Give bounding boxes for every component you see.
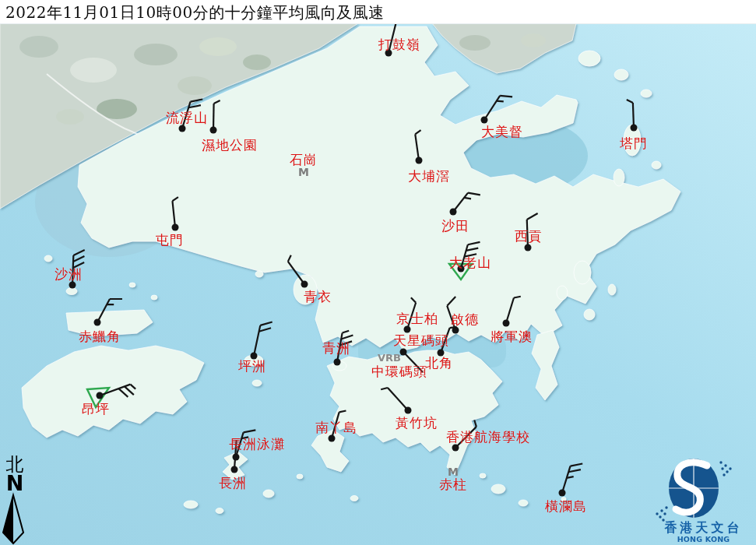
station-label: 屯門 [156, 231, 184, 249]
station-label: 橫瀾島 [545, 498, 587, 515]
station-label: 赤鱲角 [79, 328, 121, 346]
station-label: 流浮山 [166, 109, 208, 127]
station-label: 天星碼頭 [393, 332, 449, 350]
station-label: 京士柏 [396, 310, 438, 328]
station-label: 南丫島 [315, 419, 357, 437]
north-label-letter: N [2, 473, 28, 494]
station-label: 赤柱 [439, 476, 467, 494]
station-label: 大美督 [481, 123, 523, 141]
station-label: 青洲 [322, 339, 350, 357]
map-title: 2022年11月01日10時00分的十分鐘平均風向及風速 [5, 2, 385, 23]
station-label: 北角 [425, 354, 453, 372]
station-label: 濕地公園 [202, 136, 258, 154]
station-label: 中環碼頭 [371, 363, 427, 381]
title-bar: 2022年11月01日10時00分的十分鐘平均風向及風速 [0, 0, 756, 24]
station-label: 沙洲 [55, 265, 83, 283]
station-label: 打鼓嶺 [378, 36, 420, 54]
station-label: 塔門 [620, 135, 648, 153]
station-label: 坪洲 [238, 357, 266, 375]
station-label: 大老山 [449, 254, 491, 272]
logo-english-name: HONG KONG OBSERVATORY [651, 535, 756, 545]
station-label: 青衣 [304, 288, 332, 306]
station-label: 黃竹坑 [396, 414, 438, 432]
station-label: 沙田 [441, 217, 469, 235]
hko-logo: 香港天文台 HONG KONG OBSERVATORY [651, 454, 756, 545]
station-label: 啟德 [451, 311, 479, 329]
station-label: 昂坪 [82, 400, 110, 418]
north-indicator: 北 N [2, 455, 28, 494]
station-label: 西貢 [515, 227, 543, 245]
station-label: 長洲 [219, 474, 247, 492]
base-map [0, 0, 756, 545]
station-label: 香港航海學校 [446, 428, 530, 446]
logo-chinese-name: 香港天文台 [651, 520, 756, 536]
station-label: 大埔滘 [408, 167, 450, 185]
station-label: 石崗 [290, 151, 318, 169]
station-label: 長洲泳灘 [229, 435, 285, 453]
wind-map: MVRBM 打鼓嶺流浮山濕地公園石崗大埔滘大美督塔門沙田西貢大老山屯門沙洲青衣赤… [0, 0, 756, 545]
station-label: 將軍澳 [491, 328, 533, 346]
